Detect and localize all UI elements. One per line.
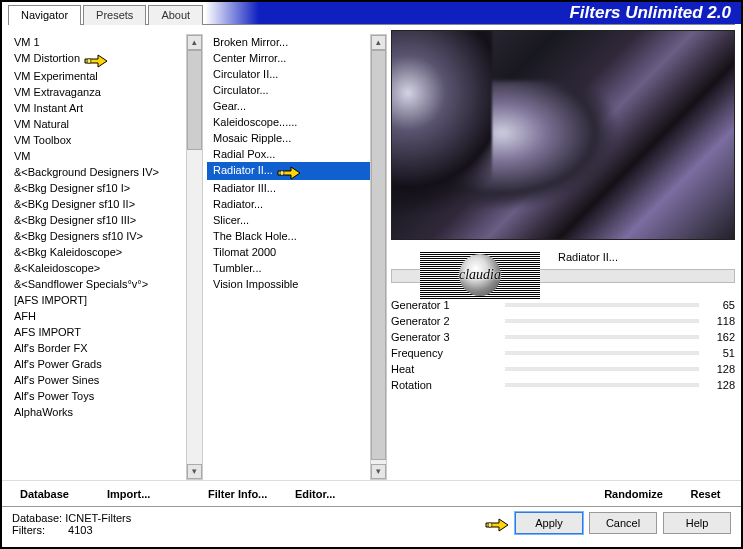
filter-item[interactable]: Circulator... — [207, 82, 387, 98]
param-name: Generator 1 — [391, 299, 501, 311]
scroll-thumb[interactable] — [187, 50, 202, 150]
status-filters-label: Filters: — [12, 524, 45, 536]
param-slider[interactable] — [505, 319, 699, 323]
toolbar: Database Import... Filter Info... Editor… — [2, 480, 741, 506]
filter-item[interactable]: Radiator III... — [207, 180, 387, 196]
tab-bar: Navigator Presets About — [2, 2, 205, 24]
category-item[interactable]: VM Instant Art — [8, 100, 203, 116]
tab-presets[interactable]: Presets — [83, 5, 146, 25]
watermark-text: claudia — [459, 267, 501, 283]
param-slider[interactable] — [505, 303, 699, 307]
param-row: Generator 165 — [391, 297, 735, 313]
category-item[interactable]: VM 1 — [8, 34, 203, 50]
param-value: 118 — [703, 315, 735, 327]
category-item[interactable]: Alf's Border FX — [8, 340, 203, 356]
claudia-watermark: claudia — [420, 251, 540, 299]
reset-button[interactable]: Reset — [678, 484, 733, 504]
status-filters-value: 4103 — [48, 524, 92, 536]
category-item[interactable]: AlphaWorks — [8, 404, 203, 420]
help-button[interactable]: Help — [663, 512, 731, 534]
filter-item[interactable]: Radial Pox... — [207, 146, 387, 162]
pointer-icon — [485, 516, 509, 530]
category-scrollbar[interactable]: ▴ ▾ — [186, 34, 203, 480]
filter-item[interactable]: Tilomat 2000 — [207, 244, 387, 260]
param-row: Frequency51 — [391, 345, 735, 361]
filter-preview — [391, 30, 735, 240]
category-item[interactable]: Alf's Power Grads — [8, 356, 203, 372]
pointer-icon — [84, 52, 108, 66]
param-row: Rotation128 — [391, 377, 735, 393]
param-name: Generator 3 — [391, 331, 501, 343]
scroll-down-icon[interactable]: ▾ — [371, 464, 386, 479]
category-item[interactable]: &<Sandflower Specials°v°> — [8, 276, 203, 292]
filter-item[interactable]: The Black Hole... — [207, 228, 387, 244]
category-item[interactable]: &<Background Designers IV> — [8, 164, 203, 180]
scroll-up-icon[interactable]: ▴ — [371, 35, 386, 50]
filter-item[interactable]: Radiator... — [207, 196, 387, 212]
import-button[interactable]: Import... — [101, 484, 186, 504]
filter-item[interactable]: Radiator II... — [207, 162, 387, 180]
database-button[interactable]: Database — [14, 484, 99, 504]
param-slider[interactable] — [505, 367, 699, 371]
category-item[interactable]: VM — [8, 148, 203, 164]
param-value: 51 — [703, 347, 735, 359]
randomize-button[interactable]: Randomize — [591, 484, 676, 504]
param-value: 128 — [703, 363, 735, 375]
param-row: Generator 2118 — [391, 313, 735, 329]
param-row: Heat128 — [391, 361, 735, 377]
category-item[interactable]: &<Kaleidoscope> — [8, 260, 203, 276]
category-item[interactable]: VM Toolbox — [8, 132, 203, 148]
scroll-up-icon[interactable]: ▴ — [187, 35, 202, 50]
category-item[interactable]: &<BKg Designer sf10 II> — [8, 196, 203, 212]
filter-item[interactable]: Broken Mirror... — [207, 34, 387, 50]
category-list[interactable]: VM 1VM DistortionVM ExperimentalVM Extra… — [8, 30, 203, 473]
filter-item[interactable]: Vision Impossible — [207, 276, 387, 292]
category-item[interactable]: AFH — [8, 308, 203, 324]
parameter-panel: Generator 165Generator 2118Generator 316… — [391, 297, 735, 393]
param-name: Rotation — [391, 379, 501, 391]
status-db-label: Database: — [12, 512, 62, 524]
param-row: Generator 3162 — [391, 329, 735, 345]
status-db-value: ICNET-Filters — [65, 512, 131, 524]
filter-list[interactable]: Broken Mirror...Center Mirror...Circulat… — [207, 30, 387, 473]
param-name: Heat — [391, 363, 501, 375]
editor-button[interactable]: Editor... — [289, 484, 374, 504]
param-slider[interactable] — [505, 351, 699, 355]
category-item[interactable]: VM Natural — [8, 116, 203, 132]
param-slider[interactable] — [505, 335, 699, 339]
category-item[interactable]: Alf's Power Sines — [8, 372, 203, 388]
category-item[interactable]: Alf's Power Toys — [8, 388, 203, 404]
param-value: 128 — [703, 379, 735, 391]
filter-scrollbar[interactable]: ▴ ▾ — [370, 34, 387, 480]
category-item[interactable]: VM Experimental — [8, 68, 203, 84]
tab-navigator[interactable]: Navigator — [8, 5, 81, 25]
category-item[interactable]: VM Distortion — [8, 50, 203, 68]
category-item[interactable]: &<Bkg Kaleidoscope> — [8, 244, 203, 260]
category-item[interactable]: &<Bkg Designers sf10 IV> — [8, 228, 203, 244]
apply-button[interactable]: Apply — [515, 512, 583, 534]
category-item[interactable]: [AFS IMPORT] — [8, 292, 203, 308]
filter-item[interactable]: Gear... — [207, 98, 387, 114]
category-item[interactable]: &<Bkg Designer sf10 III> — [8, 212, 203, 228]
scroll-down-icon[interactable]: ▾ — [187, 464, 202, 479]
param-slider[interactable] — [505, 383, 699, 387]
param-name: Frequency — [391, 347, 501, 359]
category-item[interactable]: &<Bkg Designer sf10 I> — [8, 180, 203, 196]
param-value: 162 — [703, 331, 735, 343]
param-value: 65 — [703, 299, 735, 311]
cancel-button[interactable]: Cancel — [589, 512, 657, 534]
pointer-icon — [277, 164, 301, 178]
filter-item[interactable]: Circulator II... — [207, 66, 387, 82]
tab-about[interactable]: About — [148, 5, 203, 25]
category-item[interactable]: AFS IMPORT — [8, 324, 203, 340]
filter-item[interactable]: Tumbler... — [207, 260, 387, 276]
filter-info-button[interactable]: Filter Info... — [202, 484, 287, 504]
filter-item[interactable]: Kaleidoscope...... — [207, 114, 387, 130]
category-item[interactable]: VM Extravaganza — [8, 84, 203, 100]
param-name: Generator 2 — [391, 315, 501, 327]
filter-item[interactable]: Center Mirror... — [207, 50, 387, 66]
filter-item[interactable]: Mosaic Ripple... — [207, 130, 387, 146]
app-title: Filters Unlimited 2.0 — [205, 2, 741, 24]
filter-item[interactable]: Slicer... — [207, 212, 387, 228]
scroll-thumb[interactable] — [371, 50, 386, 460]
